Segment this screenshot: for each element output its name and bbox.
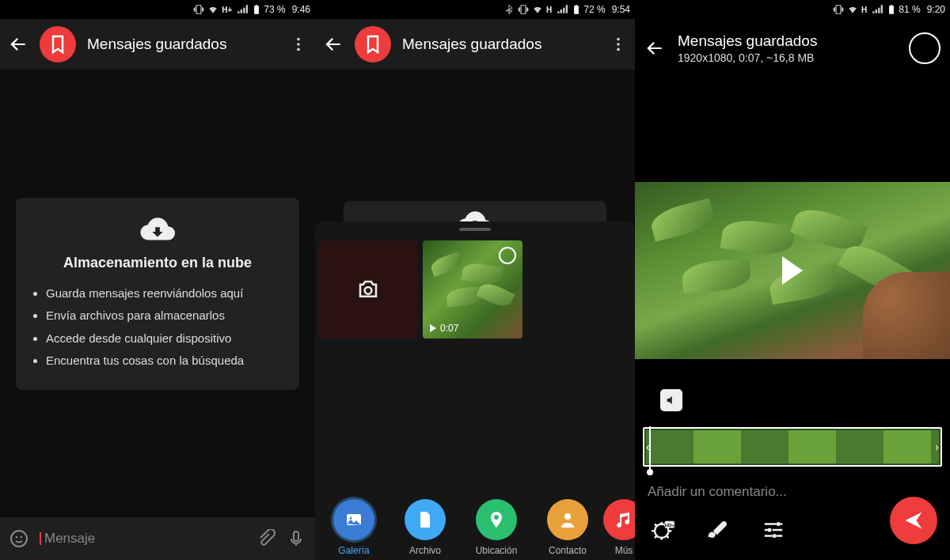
sliders-icon (762, 518, 785, 542)
playhead[interactable] (649, 426, 651, 471)
svg-point-7 (21, 536, 23, 539)
svg-point-23 (777, 522, 781, 526)
svg-rect-10 (576, 5, 577, 6)
back-icon[interactable] (8, 34, 28, 55)
attachment-sheet[interactable]: 0:07 Galería Archivo Ubicación (315, 221, 635, 560)
cloud-feature-item: Accede desde cualquier dispositivo (46, 327, 285, 350)
avatar[interactable] (40, 26, 76, 62)
svg-point-6 (16, 536, 18, 539)
tab-file[interactable]: Archivo (390, 499, 461, 556)
battery-indicator: 73 % (251, 4, 285, 15)
svg-point-4 (297, 48, 300, 51)
svg-rect-8 (294, 532, 298, 541)
status-bar: H 72 % 9:54 (315, 0, 635, 19)
tab-contact[interactable]: Contacto (532, 499, 603, 556)
video-duration-badge: 0:07 (429, 323, 458, 334)
play-icon[interactable] (782, 256, 803, 285)
svg-point-16 (350, 517, 352, 520)
battery-icon (571, 4, 582, 15)
svg-point-13 (617, 48, 620, 51)
cloud-storage-card: Almacenamiento en la nube Guarda mensaje… (16, 198, 299, 390)
svg-point-5 (11, 531, 27, 547)
tab-location[interactable]: Ubicación (461, 499, 532, 556)
svg-point-12 (617, 43, 620, 46)
mute-button[interactable] (660, 389, 682, 411)
quality-settings-button[interactable]: HD+ (651, 518, 674, 545)
network-type: H+ (222, 6, 232, 14)
wifi-icon (532, 4, 543, 15)
battery-percent: 72 % (583, 4, 605, 15)
gallery-video-tile[interactable]: 0:07 (423, 240, 522, 339)
network-type: H (861, 6, 867, 14)
video-metadata: 1920x1080, 0:07, ~16,8 MB (678, 51, 896, 64)
page-title: Mensajes guardados (402, 36, 598, 53)
battery-percent: 81 % (899, 4, 920, 15)
battery-icon (251, 4, 262, 15)
tune-button[interactable] (762, 518, 785, 545)
location-icon (487, 510, 506, 529)
app-bar: Mensajes guardados (315, 19, 635, 70)
editor-header: Mensajes guardados 1920x1080, 0:07, ~16,… (635, 19, 950, 78)
page-title: Mensajes guardados (87, 36, 279, 53)
bookmark-icon (363, 35, 382, 54)
play-small-icon (429, 324, 437, 332)
svg-text:HD+: HD+ (664, 522, 674, 528)
draw-button[interactable] (706, 518, 730, 545)
cloud-download-icon (139, 215, 176, 244)
video-trim-timeline[interactable]: ‹ › (643, 427, 942, 467)
tab-gallery[interactable]: Galería (318, 499, 390, 556)
trim-handle-right[interactable]: › (935, 441, 939, 453)
speaker-icon (665, 394, 678, 407)
camera-tile[interactable] (318, 240, 418, 339)
battery-indicator: 72 % (571, 4, 605, 15)
vibrate-icon (193, 4, 204, 15)
battery-percent: 73 % (264, 4, 285, 15)
svg-rect-1 (256, 5, 257, 6)
svg-point-17 (564, 513, 571, 520)
attach-icon[interactable] (256, 529, 276, 548)
svg-point-25 (773, 534, 777, 538)
file-icon (416, 510, 435, 529)
signal-icon (237, 4, 248, 15)
sticker-icon[interactable] (10, 529, 28, 548)
person-icon (558, 510, 577, 529)
message-input[interactable]: Mensaje (40, 531, 245, 547)
send-icon (902, 509, 925, 532)
selection-ring-icon (499, 247, 516, 264)
cloud-feature-item: Envía archivos para almacenarlos (46, 305, 285, 327)
empty-state: Almacenamiento en la nube Guarda mensaje… (0, 70, 315, 517)
back-icon[interactable] (644, 38, 665, 59)
mic-icon[interactable] (287, 529, 306, 548)
message-input-bar: Mensaje (0, 517, 315, 560)
svg-point-2 (297, 38, 300, 41)
vibrate-icon (833, 4, 844, 15)
sheet-drag-handle[interactable] (459, 228, 491, 231)
screen-attachment-picker: H 72 % 9:54 Mensajes guardados (315, 0, 635, 560)
cloud-feature-list: Guarda mensajes reenviándolos aquí Envía… (30, 282, 285, 373)
more-icon[interactable] (610, 36, 627, 53)
caption-input[interactable] (648, 484, 937, 500)
svg-rect-18 (889, 6, 894, 13)
wifi-icon (847, 4, 858, 15)
tab-music[interactable]: Mús (603, 499, 635, 556)
back-icon[interactable] (323, 34, 344, 55)
send-button[interactable] (890, 497, 937, 544)
svg-rect-0 (254, 6, 259, 13)
status-bar: H 81 % 9:20 (635, 0, 950, 19)
avatar[interactable] (355, 26, 391, 62)
signal-icon (557, 4, 568, 15)
clock: 9:20 (927, 4, 945, 15)
editor-body: ‹ › HD+ (635, 78, 950, 560)
clock: 9:46 (292, 4, 310, 15)
camera-icon (356, 278, 380, 301)
svg-point-14 (365, 287, 372, 294)
video-preview[interactable] (635, 182, 950, 359)
bookmark-icon (48, 35, 67, 54)
cloud-feature-item: Guarda mensajes reenviándolos aquí (46, 282, 285, 305)
more-icon[interactable] (290, 36, 307, 53)
music-icon (614, 510, 633, 529)
cloud-card-title: Almacenamiento en la nube (30, 255, 285, 271)
svg-point-24 (768, 528, 772, 532)
timeline-frames (646, 430, 939, 464)
quality-button[interactable] (909, 32, 940, 64)
